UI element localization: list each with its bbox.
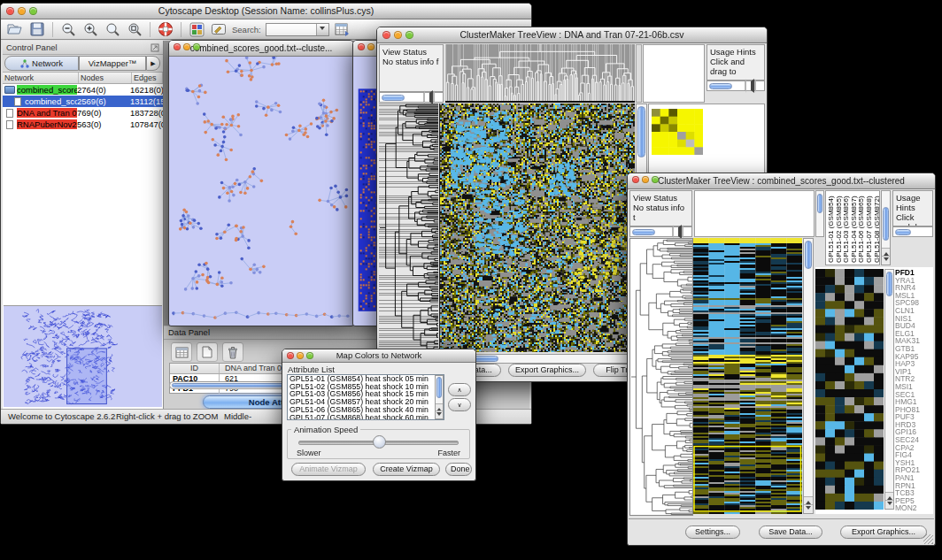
- vscroll-thumb[interactable]: [637, 106, 645, 157]
- network-graph-canvas[interactable]: [170, 57, 352, 325]
- vscroll-thumb[interactable]: [883, 207, 889, 241]
- column-label[interactable]: [645, 47, 654, 100]
- scroll-down-icon[interactable]: [885, 500, 893, 509]
- close-button[interactable]: [382, 31, 390, 39]
- column-labels-scrollbar[interactable]: [881, 190, 891, 265]
- close-button[interactable]: [287, 352, 294, 359]
- search-input[interactable]: [266, 23, 329, 36]
- vscroll-thumb[interactable]: [805, 241, 812, 269]
- zoom-in-icon[interactable]: [81, 20, 99, 38]
- usage-hints-scrollbar[interactable]: [706, 81, 765, 91]
- column-dendrogram-canvas[interactable]: [445, 44, 635, 103]
- network-table-row[interactable]: DNA and Tran 07 769(0) 183728(0): [3, 107, 163, 119]
- zoom-fit-icon[interactable]: [126, 20, 143, 38]
- zoom-heatmap-canvas[interactable]: [815, 269, 884, 510]
- column-label[interactable]: [674, 47, 683, 100]
- dialog-title-bar[interactable]: Map Colors to Network: [282, 349, 475, 363]
- scroll-down-icon[interactable]: [882, 256, 890, 265]
- close-button[interactable]: [632, 176, 639, 183]
- scroll-right-icon[interactable]: [433, 93, 443, 102]
- scroll-left-icon[interactable]: [423, 93, 433, 102]
- network-window-title-bar[interactable]: combined_scores_good.txt--cluste...: [169, 41, 353, 57]
- zoom-window-button[interactable]: [652, 176, 659, 183]
- treeview1-title-bar[interactable]: ClusterMaker TreeView : DNA and Tran 07-…: [377, 27, 767, 43]
- export-graphics-button[interactable]: Export Graphics...: [840, 525, 927, 539]
- column-label[interactable]: GPL51-02 (GSM855): [835, 193, 843, 263]
- speed-slider-thumb[interactable]: [373, 435, 386, 449]
- export-graphics-button[interactable]: Export Graphics...: [508, 364, 586, 377]
- column-label[interactable]: [693, 47, 703, 100]
- network-overview-canvas[interactable]: [4, 305, 162, 407]
- annotation-icon[interactable]: [210, 20, 228, 38]
- scroll-right-icon[interactable]: [754, 81, 764, 90]
- search-dropdown-icon[interactable]: [316, 24, 328, 35]
- zoom-window-button[interactable]: [405, 31, 413, 39]
- scroll-left-icon[interactable]: [672, 227, 682, 236]
- zoom-selected-icon[interactable]: [104, 20, 121, 38]
- minimize-button[interactable]: [297, 352, 304, 359]
- scroll-thumb[interactable]: [632, 229, 655, 235]
- usage-hints-scrollbar[interactable]: [892, 226, 933, 237]
- treeview2-title-bar[interactable]: ClusterMaker TreeView : combined_scores_…: [628, 173, 935, 189]
- close-button[interactable]: [174, 43, 181, 50]
- column-label[interactable]: [683, 47, 693, 100]
- scroll-right-icon[interactable]: [682, 227, 691, 236]
- row-dendrogram-canvas[interactable]: [629, 238, 693, 516]
- vscroll-thumb[interactable]: [817, 194, 822, 213]
- column-dendrogram-area[interactable]: [694, 190, 815, 237]
- vizmapper-icon[interactable]: [188, 20, 205, 38]
- settings-button[interactable]: Settings...: [685, 525, 740, 539]
- network-table-row[interactable]: combined_scores 2764(0) 16218(0): [3, 84, 163, 96]
- scroll-thumb[interactable]: [895, 229, 911, 235]
- attribute-list-item[interactable]: GPL51-07 (GSM868) heat shock 60 min: [290, 414, 444, 420]
- column-label[interactable]: [654, 47, 664, 100]
- column-header-nodes[interactable]: Nodes: [79, 73, 132, 83]
- minimize-button[interactable]: [18, 7, 26, 15]
- help-lifering-icon[interactable]: [157, 20, 174, 38]
- move-down-button[interactable]: ∨: [448, 398, 471, 411]
- network-table-row[interactable]: combined_sco 2569(6) 13112(15): [3, 96, 163, 107]
- row-dendrogram-canvas[interactable]: [379, 104, 438, 352]
- zoom-out-icon[interactable]: [59, 20, 77, 38]
- column-label[interactable]: GPL51-07 (GSM868): [865, 193, 873, 263]
- vscroll-thumb[interactable]: [436, 377, 442, 398]
- float-panel-icon[interactable]: [151, 43, 159, 52]
- minimize-button[interactable]: [183, 43, 190, 50]
- scroll-down-icon[interactable]: [436, 410, 443, 418]
- column-label[interactable]: GPL51-06 (GSM865): [857, 193, 865, 263]
- minimize-button[interactable]: [367, 43, 374, 50]
- column-header-network[interactable]: Network: [3, 73, 79, 83]
- main-title-bar[interactable]: Cytoscape Desktop (Session Name: collins…: [1, 4, 531, 19]
- create-vizmap-button[interactable]: Create Vizmap: [373, 463, 440, 476]
- zoom-window-button[interactable]: [306, 352, 313, 359]
- resize-grip[interactable]: [923, 534, 933, 544]
- close-button[interactable]: [358, 43, 365, 50]
- column-tree-scrollbar[interactable]: [815, 190, 824, 237]
- table-import-icon[interactable]: [334, 20, 351, 38]
- column-tree-scrollbar[interactable]: [636, 44, 642, 103]
- scroll-thumb[interactable]: [709, 83, 732, 89]
- delete-attribute-trash-icon[interactable]: [222, 342, 243, 362]
- tab-overflow-button[interactable]: ▶: [146, 56, 160, 71]
- tab-vizmapper[interactable]: VizMapper™: [79, 56, 146, 71]
- animate-vizmap-button[interactable]: Animate Vizmap: [291, 463, 366, 476]
- heatmap-strip-canvas[interactable]: [693, 238, 802, 514]
- move-up-button[interactable]: ∧: [448, 383, 471, 396]
- vscroll-thumb[interactable]: [886, 272, 892, 296]
- minimize-button[interactable]: [642, 176, 649, 183]
- tab-network[interactable]: Network: [4, 56, 79, 71]
- view-status-scrollbar[interactable]: [379, 92, 444, 103]
- save-icon[interactable]: [28, 20, 46, 38]
- column-label[interactable]: GPL51-08 (GSM872): [873, 193, 880, 263]
- column-header-edges[interactable]: Edges: [132, 73, 163, 83]
- scroll-thumb[interactable]: [382, 95, 405, 101]
- zoom-window-button[interactable]: [193, 43, 200, 50]
- save-data-button[interactable]: Save Data...: [759, 525, 822, 539]
- gene-list-scrollbar[interactable]: [884, 269, 894, 510]
- select-attributes-icon[interactable]: [171, 342, 192, 362]
- attribute-list-scrollbar[interactable]: [435, 375, 444, 419]
- minimize-button[interactable]: [394, 31, 402, 39]
- column-label[interactable]: [664, 47, 674, 100]
- close-button[interactable]: [6, 7, 14, 15]
- heatmap-canvas[interactable]: [439, 104, 635, 352]
